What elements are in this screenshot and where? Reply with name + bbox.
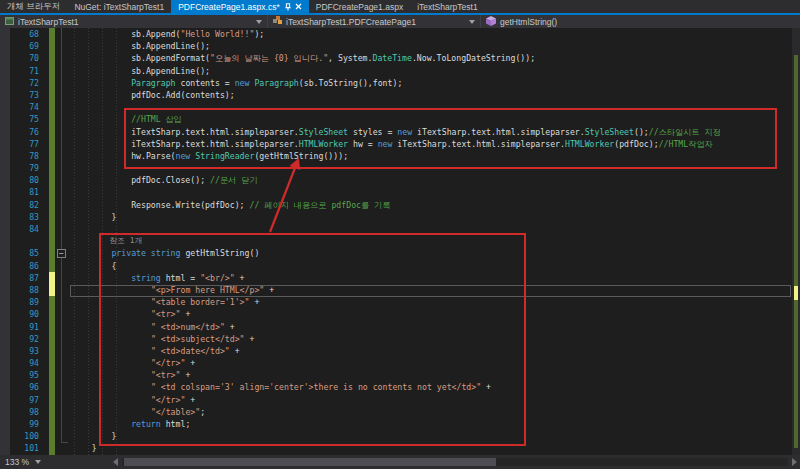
code-text[interactable]: }: [71, 430, 792, 442]
indicator-margin[interactable]: [0, 369, 10, 381]
outlining-margin[interactable]: [55, 65, 71, 77]
code-text[interactable]: " <td>subject</td>" +: [71, 333, 792, 345]
code-line-78[interactable]: 78 hw.Parse(new StringReader(getHtmlStri…: [0, 150, 792, 162]
code-line-71[interactable]: 71 sb.AppendLine();: [0, 65, 792, 77]
outlining-margin[interactable]: [55, 260, 71, 272]
code-line-92[interactable]: 92 " <td>subject</td>" +: [0, 333, 792, 345]
code-line-77[interactable]: 77 iTextSharp.text.html.simpleparser.HTM…: [0, 138, 792, 150]
close-icon[interactable]: [295, 3, 302, 10]
code-text[interactable]: [71, 101, 792, 113]
code-line-95[interactable]: 95 "<tr>" +: [0, 369, 792, 381]
code-text[interactable]: return html;: [71, 418, 792, 430]
code-line-89[interactable]: 89 "<table border='1'>" +: [0, 296, 792, 308]
indicator-margin[interactable]: [0, 138, 10, 150]
outlining-margin[interactable]: [55, 126, 71, 138]
codelens-row[interactable]: 참조 1개: [0, 235, 792, 247]
code-text[interactable]: pdfDoc.Close(); //문서 닫기: [71, 174, 792, 186]
indicator-margin[interactable]: [0, 40, 10, 52]
code-text[interactable]: //HTML 삽입: [71, 113, 792, 125]
code-text[interactable]: [71, 186, 792, 198]
code-line-80[interactable]: 80 pdfDoc.Close(); //문서 닫기: [0, 174, 792, 186]
code-text[interactable]: Paragraph contents = new Paragraph(sb.To…: [71, 77, 792, 89]
code-text[interactable]: pdfDoc.Add(contents);: [71, 89, 792, 101]
code-text[interactable]: }: [71, 442, 792, 454]
indicator-margin[interactable]: [0, 418, 10, 430]
outlining-margin[interactable]: [55, 442, 71, 454]
code-line-98[interactable]: 98 "</table>";: [0, 406, 792, 418]
code-text[interactable]: "<tr>" +: [71, 369, 792, 381]
indicator-margin[interactable]: [0, 89, 10, 101]
outlining-margin[interactable]: [55, 296, 71, 308]
horizontal-scrollbar[interactable]: [122, 458, 788, 466]
indicator-margin[interactable]: [0, 284, 10, 296]
outlining-margin[interactable]: [55, 369, 71, 381]
indicator-margin[interactable]: [0, 247, 10, 259]
indicator-margin[interactable]: [0, 381, 10, 393]
outlining-margin[interactable]: [55, 40, 71, 52]
outlining-margin[interactable]: [55, 113, 71, 125]
indicator-margin[interactable]: [0, 162, 10, 174]
outlining-margin[interactable]: [55, 150, 71, 162]
outlining-margin[interactable]: [55, 272, 71, 284]
outlining-margin[interactable]: [55, 186, 71, 198]
indicator-margin[interactable]: [0, 333, 10, 345]
tab-nuget-itextsharptest1[interactable]: NuGet: iTextSharpTest1: [67, 0, 171, 13]
code-text[interactable]: {: [71, 260, 792, 272]
code-text[interactable]: hw.Parse(new StringReader(getHtmlString(…: [71, 150, 792, 162]
pin-icon[interactable]: [284, 3, 292, 11]
member-dropdown[interactable]: getHtmlString(): [481, 15, 800, 28]
code-line-68[interactable]: 68 sb.Append("Hello World!!");: [0, 28, 792, 40]
indicator-margin[interactable]: [0, 272, 10, 284]
outlining-margin[interactable]: [55, 199, 71, 211]
code-text[interactable]: sb.Append("Hello World!!");: [71, 28, 792, 40]
code-line-100[interactable]: 100 }: [0, 430, 792, 442]
indicator-margin[interactable]: [0, 406, 10, 418]
code-line-90[interactable]: 90 "<tr>" +: [0, 308, 792, 320]
indicator-margin[interactable]: [0, 235, 10, 247]
code-line-97[interactable]: 97 "</tr>" +: [0, 394, 792, 406]
indicator-margin[interactable]: [0, 308, 10, 320]
outlining-margin[interactable]: [55, 345, 71, 357]
code-line-86[interactable]: 86 {: [0, 260, 792, 272]
outlining-margin[interactable]: [55, 211, 71, 223]
code-line-73[interactable]: 73 pdfDoc.Add(contents);: [0, 89, 792, 101]
code-text[interactable]: " <td>num</td>" +: [71, 321, 792, 333]
code-text[interactable]: string html = "<br/>" +: [71, 272, 792, 284]
indicator-margin[interactable]: [0, 321, 10, 333]
code-text[interactable]: [71, 223, 792, 235]
code-line-76[interactable]: 76 iTextSharp.text.html.simpleparser.Sty…: [0, 126, 792, 138]
outlining-margin[interactable]: [55, 284, 71, 296]
code-editor[interactable]: 68 sb.Append("Hello World!!");69 sb.Appe…: [0, 28, 792, 455]
indicator-margin[interactable]: [0, 126, 10, 138]
code-text[interactable]: "</table>";: [71, 406, 792, 418]
code-line-85[interactable]: 85− private string getHtmlString(): [0, 247, 792, 259]
code-line-69[interactable]: 69 sb.AppendLine();: [0, 40, 792, 52]
indicator-margin[interactable]: [0, 442, 10, 454]
indicator-margin[interactable]: [0, 174, 10, 186]
tab-개체-브라우저[interactable]: 개체 브라우저: [0, 0, 67, 13]
code-text[interactable]: iTextSharp.text.html.simpleparser.StyleS…: [71, 126, 792, 138]
code-line-79[interactable]: 79: [0, 162, 792, 174]
class-dropdown[interactable]: iTextSharpTest1.PDFCreatePage1: [268, 15, 480, 28]
indicator-margin[interactable]: [0, 77, 10, 89]
zoom-level-select[interactable]: 133 %: [0, 457, 35, 467]
indicator-margin[interactable]: [0, 260, 10, 272]
code-text[interactable]: "</tr>" +: [71, 394, 792, 406]
tab-pdfcreatepage1-aspx-cs-[interactable]: PDFCreatePage1.aspx.cs*: [171, 0, 309, 13]
code-text[interactable]: private string getHtmlString(): [71, 247, 792, 259]
indicator-margin[interactable]: [0, 345, 10, 357]
collapse-region-icon[interactable]: −: [57, 249, 66, 258]
outlining-margin[interactable]: [55, 308, 71, 320]
outlining-margin[interactable]: [55, 406, 71, 418]
indicator-margin[interactable]: [0, 394, 10, 406]
tab-pdfcreatepage1-aspx[interactable]: PDFCreatePage1.aspx: [309, 0, 410, 13]
outlining-margin[interactable]: [55, 52, 71, 64]
indicator-margin[interactable]: [0, 101, 10, 113]
scroll-right-button[interactable]: [792, 458, 797, 466]
outlining-margin[interactable]: [55, 28, 71, 40]
outlining-margin[interactable]: [55, 138, 71, 150]
vertical-scrollbar[interactable]: [792, 28, 800, 455]
scroll-left-button[interactable]: [113, 458, 118, 466]
outlining-margin[interactable]: [55, 235, 71, 247]
outlining-margin[interactable]: [55, 101, 71, 113]
